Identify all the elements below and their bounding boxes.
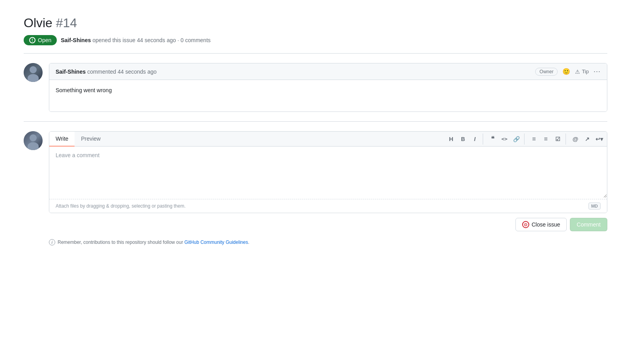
comment-time: commented 44 seconds ago: [87, 69, 157, 75]
info-icon: i: [49, 239, 55, 245]
editor-toolbar: H B I ❝ <> 🔗 ≡ ≡ ☑ @: [443, 134, 607, 145]
tip-icon: ⚠: [575, 69, 580, 75]
toolbar-group-misc: @ ↗ ↩▾: [568, 134, 607, 145]
emoji-reaction-button[interactable]: 🙂: [562, 68, 570, 75]
issue-meta-text: Saif-Shines opened this issue 44 seconds…: [61, 37, 211, 43]
toolbar-group-text: H B I: [443, 134, 483, 145]
editor-tabs-toolbar: Write Preview H B I ❝ <> 🔗 ≡ ≡: [49, 132, 607, 147]
editor-wrapper: Write Preview H B I ❝ <> 🔗 ≡ ≡: [49, 131, 607, 245]
editor-section: Write Preview H B I ❝ <> 🔗 ≡ ≡: [24, 131, 607, 245]
toolbar-mention-btn[interactable]: @: [570, 134, 581, 145]
comment-section: Saif-Shines commented 44 seconds ago Own…: [24, 63, 607, 112]
toolbar-quote-btn[interactable]: ❝: [487, 134, 498, 145]
owner-badge: Owner: [535, 68, 558, 76]
footer-suffix: .: [248, 240, 249, 245]
toolbar-ordered-list-btn[interactable]: ≡: [540, 134, 551, 145]
comment-header: Saif-Shines commented 44 seconds ago Own…: [49, 63, 607, 80]
issue-meta: ! Open Saif-Shines opened this issue 44 …: [24, 35, 607, 45]
commenter-avatar: [24, 63, 43, 82]
badge-label: Open: [38, 37, 51, 43]
textarea-wrapper: [49, 147, 607, 199]
comment-textarea[interactable]: [49, 147, 607, 198]
toolbar-group-block: ❝ <> 🔗: [485, 134, 525, 145]
editor-actions: ⊙ Close issue Comment: [49, 213, 607, 231]
footer-text-content: Remember, contributions to this reposito…: [58, 240, 183, 245]
issue-title-text: Olvie: [24, 16, 52, 30]
toolbar-heading-btn[interactable]: H: [446, 134, 457, 145]
markdown-badge: MD: [588, 202, 601, 210]
footer-note: i Remember, contributions to this reposi…: [49, 239, 607, 245]
comment-box: Saif-Shines commented 44 seconds ago Own…: [49, 63, 607, 112]
comment-body-text: Something went wrong: [56, 87, 112, 93]
toolbar-link-btn[interactable]: 🔗: [511, 134, 522, 145]
tab-preview[interactable]: Preview: [75, 132, 107, 147]
comment-button[interactable]: Comment: [570, 218, 607, 231]
toolbar-code-btn[interactable]: <>: [499, 134, 510, 145]
toolbar-group-list: ≡ ≡ ☑: [526, 134, 566, 145]
open-badge-icon: !: [29, 37, 35, 43]
issue-author: Saif-Shines: [61, 37, 91, 43]
comment-header-actions: Owner 🙂 ⚠ Tip ···: [535, 67, 601, 76]
close-issue-button[interactable]: ⊙ Close issue: [515, 218, 567, 231]
comment-author: Saif-Shines: [56, 69, 86, 75]
page-title: Olvie #14: [24, 16, 607, 30]
editor-avatar: [24, 131, 43, 150]
more-options-button[interactable]: ···: [594, 67, 601, 76]
toolbar-undo-btn[interactable]: ↩▾: [594, 134, 605, 145]
close-issue-label: Close issue: [532, 221, 560, 228]
close-issue-icon: ⊙: [522, 221, 529, 228]
footer-text: Remember, contributions to this reposito…: [58, 240, 249, 245]
divider: [24, 53, 607, 54]
toolbar-unordered-list-btn[interactable]: ≡: [528, 134, 540, 145]
issue-number: #14: [56, 16, 77, 30]
tab-write[interactable]: Write: [49, 132, 75, 147]
issue-meta-detail: opened this issue 44 seconds ago · 0 com…: [92, 37, 211, 43]
open-badge: ! Open: [24, 35, 57, 45]
toolbar-task-list-btn[interactable]: ☑: [552, 134, 563, 145]
toolbar-italic-btn[interactable]: I: [469, 134, 480, 145]
attach-bar: Attach files by dragging & dropping, sel…: [49, 199, 607, 213]
toolbar-bold-btn[interactable]: B: [457, 134, 469, 145]
attach-text: Attach files by dragging & dropping, sel…: [56, 203, 186, 209]
editor-box: Write Preview H B I ❝ <> 🔗 ≡ ≡: [49, 131, 607, 213]
divider-2: [24, 121, 607, 122]
toolbar-reference-btn[interactable]: ↗: [582, 134, 593, 145]
comment-body: Something went wrong: [49, 80, 607, 111]
community-guidelines-link[interactable]: GitHub Community Guidelines: [185, 240, 248, 245]
tip-button[interactable]: ⚠ Tip: [575, 69, 589, 75]
tip-label: Tip: [582, 69, 589, 74]
comment-author-info: Saif-Shines commented 44 seconds ago: [56, 69, 157, 75]
